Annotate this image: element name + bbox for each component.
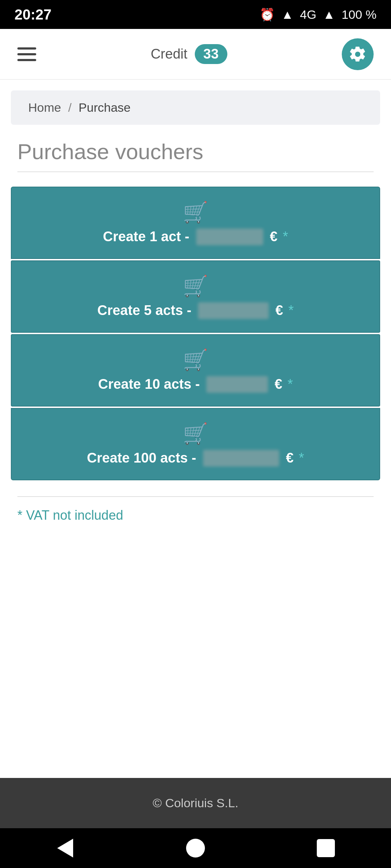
voucher-5-prefix: Create 5 acts — [97, 303, 183, 318]
voucher-1-currency: € — [270, 229, 281, 244]
voucher-5-label: Create 5 acts - ██ ████ € * — [97, 302, 294, 319]
nav-bar — [0, 828, 391, 868]
voucher-100-prefix: Create 100 acts — [87, 450, 188, 465]
breadcrumb-current: Purchase — [79, 101, 131, 114]
credit-badge: 33 — [195, 44, 227, 64]
credit-label: Credit — [151, 46, 187, 62]
vouchers-list: 🛒 Create 1 act - ██████ € * 🛒 Create 5 a… — [0, 187, 391, 482]
title-divider — [17, 171, 374, 172]
signal-icon: ▲ — [323, 8, 335, 22]
gear-icon — [349, 45, 367, 63]
voucher-1-prefix: Create 1 act — [103, 229, 181, 244]
page-spacer — [0, 537, 391, 778]
status-bar: 20:27 ⏰ ▲ 4G ▲ 100 % — [0, 0, 391, 29]
nav-back-button[interactable] — [52, 835, 78, 861]
vat-note: * VAT not included — [0, 508, 391, 537]
voucher-10-asterisk: * — [287, 376, 293, 392]
voucher-100-currency: € — [286, 450, 298, 465]
voucher-10-prefix: Create 10 acts — [98, 376, 192, 392]
wifi-icon: ▲ — [281, 8, 294, 22]
time-display: 20:27 — [14, 7, 51, 23]
app-header: Credit 33 — [0, 29, 391, 80]
status-icons: ⏰ ▲ 4G ▲ 100 % — [260, 7, 377, 22]
voucher-100-price: ███████ — [203, 450, 279, 467]
voucher-1-asterisk: * — [283, 229, 288, 244]
header-credit-section: Credit 33 — [151, 44, 227, 64]
hamburger-line-1 — [17, 47, 36, 50]
voucher-10-label: Create 10 acts - ███ ██ € * — [98, 376, 293, 393]
voucher-5-acts-button[interactable]: 🛒 Create 5 acts - ██ ████ € * — [11, 260, 380, 333]
recents-icon — [317, 839, 335, 857]
cart-icon-5: 🛒 — [183, 274, 208, 298]
voucher-10-dash: - — [195, 376, 203, 392]
voucher-5-dash: - — [187, 303, 195, 318]
voucher-1-dash: - — [185, 229, 193, 244]
voucher-100-dash: - — [192, 450, 200, 465]
voucher-1-label: Create 1 act - ██████ € * — [103, 229, 288, 245]
hamburger-menu-button[interactable] — [17, 47, 36, 61]
voucher-100-acts-button[interactable]: 🛒 Create 100 acts - ███████ € * — [11, 408, 380, 480]
breadcrumb-text: Home / Purchase — [28, 101, 131, 114]
nav-home-button[interactable] — [183, 835, 208, 861]
breadcrumb-home[interactable]: Home — [28, 101, 61, 114]
back-icon — [57, 839, 73, 858]
voucher-5-price: ██ ████ — [198, 302, 269, 319]
network-label: 4G — [300, 8, 316, 22]
cart-icon-100: 🛒 — [183, 422, 208, 446]
voucher-10-acts-button[interactable]: 🛒 Create 10 acts - ███ ██ € * — [11, 334, 380, 407]
page-footer: © Coloriuis S.L. — [0, 778, 391, 828]
settings-button[interactable] — [342, 38, 374, 70]
voucher-1-act-button[interactable]: 🛒 Create 1 act - ██████ € * — [11, 187, 380, 259]
voucher-5-currency: € — [276, 303, 287, 318]
voucher-10-price: ███ ██ — [206, 376, 268, 393]
voucher-100-label: Create 100 acts - ███████ € * — [87, 450, 304, 467]
vouchers-divider — [17, 496, 374, 497]
footer-copyright: © Coloriuis S.L. — [153, 796, 239, 810]
voucher-10-currency: € — [275, 376, 286, 392]
hamburger-line-3 — [17, 59, 36, 61]
cart-icon-10: 🛒 — [183, 348, 208, 372]
voucher-100-asterisk: * — [299, 450, 304, 465]
voucher-1-price: ██████ — [196, 229, 263, 245]
nav-recents-button[interactable] — [313, 835, 339, 861]
voucher-5-asterisk: * — [288, 303, 294, 318]
page-title: Purchase vouchers — [0, 125, 391, 171]
breadcrumb: Home / Purchase — [11, 90, 380, 125]
hamburger-line-2 — [17, 53, 36, 55]
home-icon — [186, 839, 205, 858]
breadcrumb-separator: / — [68, 101, 71, 114]
cart-icon-1: 🛒 — [183, 200, 208, 224]
alarm-icon: ⏰ — [260, 7, 275, 22]
battery-display: 100 % — [342, 8, 377, 22]
